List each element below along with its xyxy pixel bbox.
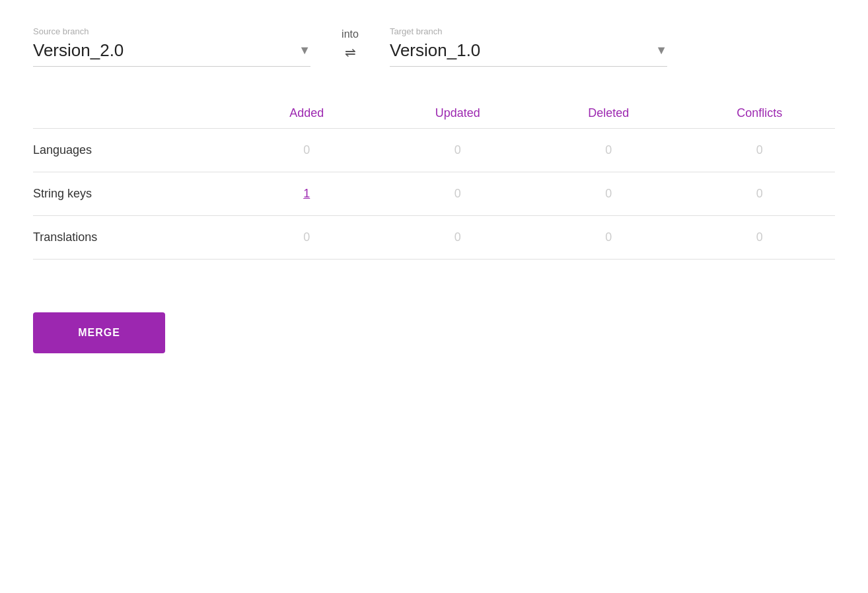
into-label: into xyxy=(342,28,359,40)
table-header-deleted: Deleted xyxy=(533,106,684,120)
table-section: Added Updated Deleted Conflicts Language… xyxy=(33,106,835,260)
table-header: Added Updated Deleted Conflicts xyxy=(33,106,835,129)
row-label-languages: Languages xyxy=(33,143,231,157)
table-header-empty xyxy=(33,106,231,120)
into-section: into ⇌ xyxy=(330,28,370,67)
table-row-languages: Languages 0 0 0 0 xyxy=(33,129,835,172)
source-branch-group: Source branch Version_2.0 ▼ xyxy=(33,26,310,67)
table-row-translations: Translations 0 0 0 0 xyxy=(33,216,835,260)
row-updated-string-keys: 0 xyxy=(382,187,534,201)
table-row-string-keys: String keys 1 0 0 0 xyxy=(33,172,835,216)
merge-button[interactable]: MERGE xyxy=(33,312,165,353)
table-header-updated: Updated xyxy=(382,106,534,120)
target-branch-dropdown-icon: ▼ xyxy=(655,44,667,57)
table-header-added: Added xyxy=(231,106,382,120)
row-label-string-keys: String keys xyxy=(33,187,231,201)
row-updated-languages: 0 xyxy=(382,143,534,157)
target-branch-select[interactable]: Version_1.0 ▼ xyxy=(390,40,667,67)
row-deleted-translations: 0 xyxy=(533,230,684,244)
row-added-languages: 0 xyxy=(231,143,382,157)
source-branch-label: Source branch xyxy=(33,26,310,36)
branch-selector-row: Source branch Version_2.0 ▼ into ⇌ Targe… xyxy=(33,26,835,67)
row-deleted-string-keys: 0 xyxy=(533,187,684,201)
row-updated-translations: 0 xyxy=(382,230,534,244)
source-branch-dropdown-icon: ▼ xyxy=(299,44,310,57)
row-conflicts-string-keys: 0 xyxy=(684,187,836,201)
row-deleted-languages: 0 xyxy=(533,143,684,157)
source-branch-select[interactable]: Version_2.0 ▼ xyxy=(33,40,310,67)
target-branch-group: Target branch Version_1.0 ▼ xyxy=(390,26,667,67)
row-label-translations: Translations xyxy=(33,230,231,244)
target-branch-label: Target branch xyxy=(390,26,667,36)
row-conflicts-translations: 0 xyxy=(684,230,836,244)
row-added-translations: 0 xyxy=(231,230,382,244)
swap-icon[interactable]: ⇌ xyxy=(345,44,356,60)
row-added-string-keys[interactable]: 1 xyxy=(231,187,382,201)
row-conflicts-languages: 0 xyxy=(684,143,836,157)
merge-section: MERGE xyxy=(33,312,835,353)
table-header-conflicts: Conflicts xyxy=(684,106,836,120)
source-branch-value: Version_2.0 xyxy=(33,40,293,61)
target-branch-value: Version_1.0 xyxy=(390,40,650,61)
